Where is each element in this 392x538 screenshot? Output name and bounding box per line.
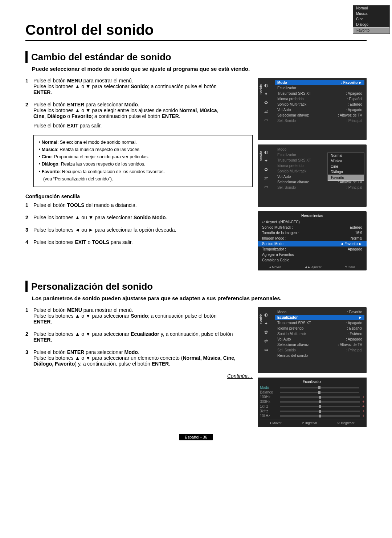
page-title: Control del sonido xyxy=(25,22,367,41)
page-number-badge: Español - 36 xyxy=(25,433,367,440)
step-1: 1 Pulse el botón MENU para mostrar el me… xyxy=(25,78,253,95)
section-bar-icon xyxy=(25,51,28,63)
step-2: 2 Pulse el botón ENTER para seleccionar … xyxy=(25,102,253,129)
tools-screenshot: Herramientas ↵ Anynet+(HDMI-CEC)Sonido M… xyxy=(258,211,367,270)
notes-box: • Normal: Selecciona el modo de sonido n… xyxy=(33,135,253,187)
step-3: 3 Pulse el botón ENTER para seleccionar … xyxy=(25,349,253,367)
eq-mode-popup: NormalMúsicaCineDiálogoFavorito xyxy=(353,5,390,34)
section-bar-icon xyxy=(25,281,28,292)
step-1: 1 Pulse el botón MENU para mostrar el me… xyxy=(25,307,253,325)
eq-screenshot: Ecualizador ModoBalance100Hz+300Hz+1kHz+… xyxy=(258,378,367,427)
mode-popup: NormalMúsicaCineDiálogoFavorito xyxy=(327,152,364,181)
easy-step: 3Pulse los botones ◄ ou ► para seleccion… xyxy=(25,227,253,233)
osd-icon-column: ◐✦✿⇄▭ xyxy=(264,83,268,123)
section-title: Personalización del sonido xyxy=(31,281,153,292)
osd-screenshot-modo: Sonido ◐✦✿⇄▭ Modo: Favorito ►Ecualizador… xyxy=(258,78,367,140)
section-personalizacion: Personalización del sonido Los parámetro… xyxy=(25,281,367,427)
osd-screenshot-ecualizador: Sonido ◐✦✿⇄▭ Modo: FavoritoEcualizador ►… xyxy=(258,307,367,373)
easy-step: 1Pulse el botón TOOLS del mando a distan… xyxy=(25,202,253,208)
osd-screenshot-popup: Sonido ◐✦✿⇄▭ ModoEcualizadorTrusurround … xyxy=(258,144,367,207)
section-title: Cambio del estándar de sonido xyxy=(31,52,171,63)
easy-step: 2Pulse los botones ▲ ou ▼ para seleccion… xyxy=(25,215,253,220)
continue-label: Continúa… xyxy=(25,373,253,379)
step-2: 2 Pulse los botones ▲ o ▼ para seleccion… xyxy=(25,331,253,343)
section-lead: Los parámetros de sonido pueden ajustars… xyxy=(32,295,367,301)
section-lead: Puede seleccionar el modo de sonido que … xyxy=(32,66,367,72)
section-cambio: Cambio del estándar de sonido Puede sele… xyxy=(25,51,367,270)
easy-setup-title: Configuración sencilla xyxy=(25,193,253,199)
easy-step: 4Pulse los botones EXIT o TOOLS para sal… xyxy=(25,239,253,245)
